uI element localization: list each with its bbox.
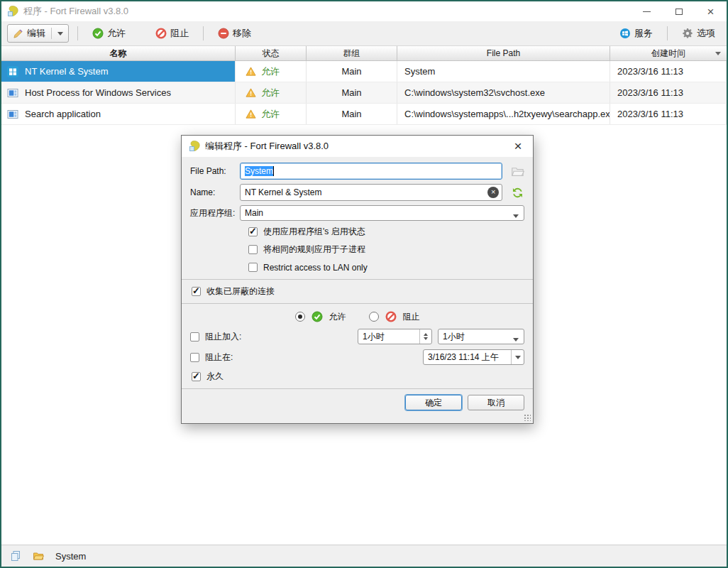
checkbox-checked-icon[interactable] [192, 287, 201, 296]
toolbar-separator [77, 26, 78, 40]
cancel-button[interactable]: 取消 [468, 395, 524, 410]
app-logo-icon [189, 141, 200, 152]
sort-indicator-icon[interactable] [715, 52, 721, 58]
collect-blocked-checkbox-row[interactable]: 收集已屏蔽的连接 [192, 285, 524, 298]
allow-button[interactable]: 允许 [87, 24, 131, 43]
cell-filepath[interactable]: System [397, 61, 610, 82]
remove-button[interactable]: 移除 [212, 24, 257, 43]
cell-filepath[interactable]: C:\windows\systemapps\...h2txyewy\search… [397, 104, 610, 124]
close-icon: × [514, 138, 522, 154]
close-icon: × [707, 6, 715, 18]
block-button[interactable]: 阻止 [150, 24, 194, 43]
cell-created[interactable]: 2023/3/16 11:13 [610, 82, 727, 103]
table-header: 名称 状态 群组 File Path 创建时间 [1, 45, 727, 61]
file-path-input[interactable]: System [240, 163, 502, 180]
minimize-button[interactable] [631, 1, 663, 21]
maximize-button[interactable] [663, 1, 695, 21]
allow-radio[interactable] [295, 312, 305, 322]
block-in-spinbox[interactable]: 1小时 [358, 329, 432, 344]
checkbox-icon[interactable] [248, 263, 258, 272]
column-header-filepath[interactable]: File Path [397, 46, 610, 60]
refresh-icon[interactable] [511, 186, 524, 200]
options-label: 选项 [697, 27, 715, 40]
dialog-title-bar: 编辑程序 - Fort Firewall v3.8.0 × [182, 136, 533, 157]
cell-name[interactable]: Host Process for Windows Services [1, 82, 236, 103]
edit-program-dialog: 编辑程序 - Fort Firewall v3.8.0 × File Path:… [181, 135, 534, 424]
toolbar: 编辑 允许 阻止 移除 [1, 21, 727, 45]
checkbox-checked-icon[interactable] [192, 372, 201, 381]
copy-pages-icon[interactable] [10, 550, 21, 562]
allow-check-icon [92, 28, 104, 39]
cell-status[interactable]: 允许 [236, 82, 307, 103]
cell-group[interactable]: Main [307, 61, 397, 82]
services-label: 服务 [634, 27, 653, 40]
block-at-datetime[interactable]: 3/16/23 11:14 上午 [423, 349, 524, 365]
ok-button[interactable]: 确定 [405, 395, 462, 410]
clear-input-icon[interactable]: × [487, 187, 499, 198]
spin-down-icon[interactable] [424, 337, 428, 342]
cell-filepath[interactable]: C:\windows\system32\svchost.exe [397, 82, 610, 103]
dialog-title: 编辑程序 - Fort Firewall v3.8.0 [205, 140, 503, 153]
dialog-close-button[interactable]: × [503, 136, 533, 157]
block-label: 阻止 [170, 27, 189, 40]
cell-group[interactable]: Main [307, 82, 397, 103]
windows-app-icon [7, 66, 18, 77]
name-label: Name: [190, 187, 240, 197]
block-in-unit-value: 1小时 [443, 331, 465, 343]
dialog-buttons: 确定 取消 [190, 395, 524, 410]
cell-status[interactable]: 允许 [236, 61, 307, 82]
cell-name[interactable]: NT Kernel & System [1, 61, 236, 82]
forever-label: 永久 [206, 371, 224, 383]
column-header-status[interactable]: 状态 [236, 46, 307, 60]
datetime-dropdown-button[interactable] [511, 350, 524, 364]
cell-created[interactable]: 2023/3/16 11:13 [610, 104, 727, 124]
name-value: NT Kernel & System [245, 187, 321, 197]
edit-dropdown-icon[interactable] [57, 32, 63, 38]
child-rules-checkbox-row[interactable]: 将相同的规则应用于子进程 [248, 243, 524, 256]
name-input[interactable]: NT Kernel & System × [240, 184, 502, 201]
group-combobox[interactable]: Main [240, 205, 524, 221]
spinner-arrows[interactable] [419, 329, 431, 344]
use-group-state-checkbox-row[interactable]: 使用应用程序组's 启用状态 [248, 225, 524, 239]
folder-icon[interactable] [33, 550, 44, 562]
forever-checkbox-row[interactable]: 永久 [192, 370, 524, 383]
column-header-group[interactable]: 群组 [307, 46, 397, 60]
column-header-created[interactable]: 创建时间 [610, 46, 727, 60]
block-in-unit-combobox[interactable]: 1小时 [438, 329, 524, 344]
gear-icon [682, 28, 693, 39]
cell-group[interactable]: Main [307, 104, 397, 124]
edit-button-divider [51, 28, 52, 39]
group-label: 应用程序组: [190, 207, 240, 219]
block-in-checkbox[interactable] [190, 332, 199, 342]
application-window-icon [7, 109, 18, 120]
services-button[interactable]: 服务 [614, 24, 658, 43]
spin-up-icon[interactable] [424, 331, 428, 336]
table-row[interactable]: NT Kernel & System 允许 Main System 2023/3… [1, 61, 727, 82]
checkbox-icon[interactable] [248, 245, 258, 254]
title-bar: 程序 - Fort Firewall v3.8.0 × [1, 1, 727, 21]
block-radio[interactable] [369, 312, 379, 322]
cell-created[interactable]: 2023/3/16 11:13 [610, 61, 727, 82]
application-window-icon [7, 87, 18, 99]
block-at-label: 阻止在: [205, 351, 233, 364]
browse-folder-icon[interactable] [511, 165, 524, 178]
text-caret [273, 166, 274, 176]
options-button[interactable]: 选项 [676, 24, 721, 43]
chevron-down-icon [513, 338, 519, 344]
table-row[interactable]: Search application 允许 Main C:\windows\sy… [1, 104, 727, 125]
file-path-row: File Path: System [190, 163, 524, 180]
cell-name[interactable]: Search application [1, 104, 236, 124]
edit-button[interactable]: 编辑 [7, 24, 69, 43]
cell-status[interactable]: 允许 [236, 104, 307, 124]
block-at-checkbox[interactable] [190, 353, 199, 362]
checkbox-checked-icon[interactable] [248, 227, 258, 236]
edit-label: 编辑 [27, 27, 45, 40]
resize-grip[interactable] [523, 413, 531, 421]
block-icon [385, 311, 397, 322]
table-row[interactable]: Host Process for Windows Services 允许 Mai… [1, 82, 727, 104]
close-button[interactable]: × [695, 1, 727, 21]
allow-check-icon [311, 311, 323, 322]
lan-only-checkbox-row[interactable]: Restrict access to LAN only [248, 261, 524, 274]
column-header-name[interactable]: 名称 [1, 46, 236, 60]
allow-label: 允许 [107, 27, 126, 40]
